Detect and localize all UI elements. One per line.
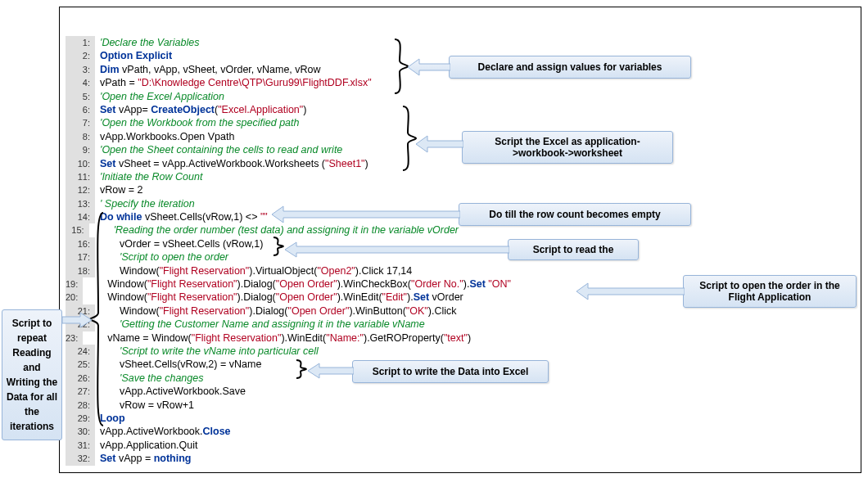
code-line: 12:vRow = 2 (66, 183, 459, 196)
arrow-read (285, 241, 509, 259)
arrow-excel (416, 134, 463, 154)
line-number: 12: (66, 183, 95, 196)
code-line: 28:vRow = vRow+1 (66, 399, 459, 412)
callout-declare: Declare and assign values for variables (449, 56, 691, 79)
callout-text: Declare and assign values for variables (478, 61, 662, 73)
callout-writeexcel: Script to write the Data into Excel (352, 360, 549, 383)
code-line: 32:Set vApp = nothing (66, 452, 459, 465)
code-line: 15:'Reading the order number (test data)… (66, 223, 459, 237)
code-content: 'Initiate the Row Count (95, 170, 202, 183)
code-content: Window("Flight Reservation").Dialog("Ope… (83, 291, 463, 304)
line-number: 19: (66, 277, 83, 291)
code-content: 'Script to open the order (95, 250, 228, 264)
code-line: 11:'Initiate the Row Count (66, 170, 459, 183)
line-number: 7: (66, 116, 95, 129)
brace-declare (391, 38, 409, 95)
code-content: vRow = 2 (95, 183, 142, 196)
code-line: 23:vName = Window("Flight Reservation").… (66, 331, 459, 345)
arrow-declare (408, 57, 450, 77)
code-line: 21:Window("Flight Reservation").Dialog("… (66, 304, 459, 318)
code-line: 24:'Script to write the vName into parti… (66, 345, 459, 358)
line-number: 6: (66, 103, 95, 116)
line-number: 9: (66, 143, 95, 156)
brace-readcell (270, 236, 285, 257)
line-number: 23: (66, 331, 83, 345)
code-content: Set vApp = nothing (95, 452, 192, 465)
line-number: 3: (66, 63, 95, 76)
callout-text: Script to read the (533, 244, 614, 255)
brace-writeexcel (293, 358, 308, 380)
code-content: 'Declare the Variables (95, 36, 199, 49)
code-content: Option Explicit (95, 49, 172, 62)
code-content: vRow = vRow+1 (95, 399, 194, 412)
callout-openorder: Script to open the order in the Flight A… (683, 275, 857, 308)
code-content: 'Getting the Customer Name and assigning… (95, 318, 425, 331)
line-number: 31: (66, 439, 95, 452)
code-content: Window("Flight Reservation").VirtualObje… (95, 264, 412, 277)
callout-text: Script the Excel as application->workboo… (469, 136, 666, 159)
code-content: 'Open the Sheet containing the cells to … (95, 143, 342, 156)
code-line: 27:vApp.ActiveWorkbook.Save (66, 385, 459, 398)
line-number: 1: (66, 36, 95, 49)
code-content: vOrder = vSheet.Cells (vRow,1) (95, 237, 263, 250)
line-number: 2: (66, 49, 95, 62)
line-number: 4: (66, 76, 95, 89)
callout-read: Script to read the (508, 239, 639, 260)
svg-marker-1 (416, 136, 463, 152)
code-line: 30:vApp.ActiveWorkbook.Close (66, 425, 459, 438)
code-line: 20:Window("Flight Reservation").Dialog("… (66, 291, 459, 304)
brace-excel (400, 105, 418, 172)
code-content: vSheet.Cells(vRow,2) = vName (95, 358, 261, 371)
svg-marker-0 (408, 59, 450, 75)
callout-text: Script to write the Data into Excel (373, 366, 529, 377)
line-number: 8: (66, 130, 95, 143)
callout-text: Script to open the order in the Flight A… (690, 280, 849, 303)
svg-marker-6 (62, 313, 92, 327)
code-content: vPath = "D:\Knowledge Centre\QTP\Guru99\… (95, 76, 372, 89)
svg-marker-4 (576, 283, 685, 300)
svg-marker-3 (285, 242, 509, 257)
code-content: vApp.ActiveWorkbook.Save (95, 385, 246, 398)
code-content: 'Script to write the vName into particul… (95, 345, 319, 358)
code-content: Window("Flight Reservation").Dialog("Ope… (95, 304, 457, 318)
code-line: 22:'Getting the Customer Name and assign… (66, 318, 459, 331)
code-content: 'Open the Excel Application (95, 90, 224, 103)
arrow-writeexcel (308, 362, 354, 380)
code-line: 18:Window("Flight Reservation").VirtualO… (66, 264, 459, 277)
callout-excel: Script the Excel as application->workboo… (462, 131, 673, 164)
code-content: 'Save the changes (95, 372, 203, 385)
line-number: 32: (66, 452, 95, 465)
line-number: 13: (66, 197, 95, 210)
callout-text: Script to repeat Reading and Writing the… (6, 316, 58, 434)
line-number: 5: (66, 90, 95, 103)
callout-dowhile: Do till the row count becomes empty (459, 203, 691, 226)
code-content: vApp.Workbooks.Open Vpath (95, 130, 234, 143)
code-content: ' Specify the iteration (95, 197, 195, 210)
code-content: vName = Window("Flight Reservation").Win… (83, 331, 471, 345)
line-number: 11: (66, 170, 95, 183)
code-content: Set vApp= CreateObject("Excel.Applicatio… (95, 103, 306, 116)
code-content: 'Open the Workbook from the specified pa… (95, 116, 300, 129)
callout-text: Do till the row count becomes empty (489, 209, 660, 220)
svg-marker-2 (272, 206, 460, 223)
callout-side-loop: Script to repeat Reading and Writing the… (2, 309, 62, 440)
code-content: vApp.ActiveWorkbook.Close (95, 425, 231, 438)
arrow-openorder (576, 282, 685, 301)
code-line: 31:vApp.Application.Quit (66, 439, 459, 452)
code-content: Set vSheet = vApp.ActiveWorkbook.Workshe… (95, 157, 368, 170)
code-line: 19:Window("Flight Reservation").Dialog("… (66, 277, 459, 291)
arrow-dowhile (272, 205, 460, 224)
line-number: 20: (66, 291, 83, 304)
line-number: 10: (66, 157, 95, 170)
arrow-side-loop (62, 311, 92, 329)
code-content: Window("Flight Reservation").Dialog("Ope… (83, 277, 511, 291)
code-content: Do while vSheet.Cells(vRow,1) <> "" (95, 210, 268, 223)
code-content: vApp.Application.Quit (95, 439, 198, 452)
line-number: 15: (66, 223, 89, 237)
code-line: 29:Loop (66, 412, 459, 425)
svg-marker-5 (308, 363, 354, 378)
code-content: Dim vPath, vApp, vSheet, vOrder, vName, … (95, 63, 321, 76)
